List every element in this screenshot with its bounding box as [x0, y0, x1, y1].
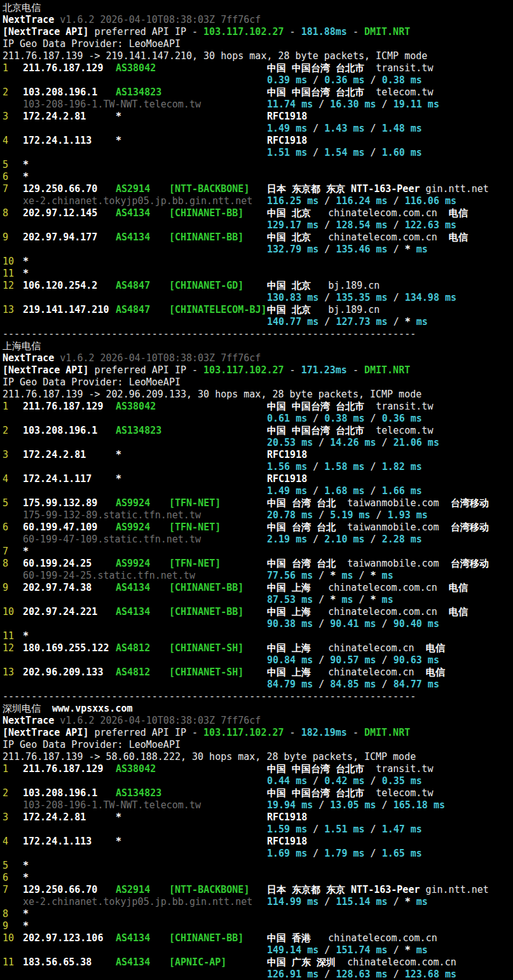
geo-provider: IP Geo Data Provider: LeoMoeAPI	[3, 376, 181, 388]
hop-line: 860.199.24.25AS9924[TFN-NET]中国 台湾 台北 tai…	[3, 558, 513, 570]
geo-segment: RFC1918	[267, 473, 307, 485]
rtt-value: 20.53 ms	[267, 437, 313, 448]
rtt-separator: /	[376, 437, 393, 448]
route-line: 211.76.187.139 -> 58.60.188.222, 30 hops…	[3, 751, 513, 763]
app-name: NextTrace	[3, 715, 54, 726]
rtt-unit: ms	[376, 570, 393, 581]
rtt-value: 1.56 ms	[267, 461, 307, 473]
hop-ip: 202.97.24.221	[23, 606, 116, 618]
hop-as-tag: [CHINATELECOM-BJ]	[169, 304, 267, 316]
hop-line: 5175.99.132.89AS9924[TFN-NET]中国 台湾 台北 ta…	[3, 497, 513, 509]
hop-rtt: 140.77 ms / 127.73 ms / * ms	[267, 316, 428, 328]
hop-number: 8	[3, 207, 23, 219]
hop-rtt-line: 1.69 ms / 1.79 ms / 1.65 ms	[3, 848, 513, 860]
hop-rtt: 0.61 ms / 0.38 ms / 0.36 ms	[267, 413, 422, 424]
hop-rtt: 1.56 ms / 1.58 ms / 1.82 ms	[267, 461, 422, 473]
hop-geo: 中国 上海 chinatelecom.cn 电信	[267, 642, 445, 654]
hop-asn: AS2914	[116, 183, 169, 195]
hop-hostname: xe-2.chinanet.tokyjp05.jp.bb.gin.ntt.net	[23, 896, 267, 908]
hop-line: 11*	[3, 268, 513, 280]
rtt-separator: /	[353, 570, 370, 581]
rtt-value: 1.79 ms	[324, 848, 364, 859]
hop-rtt: 20.53 ms / 14.26 ms / 21.06 ms	[267, 437, 439, 448]
geo-segment: gin.ntt.net	[426, 183, 489, 195]
hop-line: 1211.76.187.129AS38042中国 中国台湾 台北市 transi…	[3, 62, 513, 74]
rtt-value: 2.10 ms	[324, 534, 364, 545]
hop-number: 5	[3, 497, 23, 509]
hop-timeout-star: *	[23, 630, 29, 642]
rtt-separator: /	[313, 570, 330, 581]
trace-title-line: 北京电信	[3, 2, 513, 14]
hop-line: 660.199.47.109AS9924[TFN-NET]中国 台湾 台北 ta…	[3, 521, 513, 534]
hop-line: 12106.120.254.2AS4847[CHINANET-GD]中国 北京 …	[3, 280, 513, 292]
hop-rtt: 126.91 ms / 128.63 ms / 123.68 ms	[267, 969, 456, 980]
hop-line: 7*	[3, 546, 513, 558]
geo-segment: 中国 台湾 台北	[267, 558, 347, 569]
hop-as-tag: [CHINANET-BB]	[169, 582, 267, 594]
hop-asn: *	[116, 836, 169, 848]
rtt-separator: /	[388, 219, 405, 231]
hop-as-tag: [TFN-NET]	[169, 497, 267, 509]
hop-ip: 103.208.196.1	[23, 425, 116, 437]
rtt-separator: /	[313, 654, 330, 666]
rtt-separator: /	[313, 437, 330, 448]
route-summary: 211.76.187.139 -> 219.141.147.210, 30 ho…	[3, 50, 427, 62]
rtt-value: 11.74 ms	[267, 99, 313, 110]
trace-title: 上海电信	[3, 340, 41, 352]
hop-rtt-line: 140.77 ms / 127.73 ms / * ms	[3, 316, 513, 328]
hop-rtt: 129.17 ms / 128.54 ms / 122.63 ms	[267, 219, 456, 231]
api-line: [NextTrace API] preferred API IP - 103.1…	[3, 364, 513, 376]
rtt-value: 135.46 ms	[336, 244, 387, 255]
api-line: [NextTrace API] preferred API IP - 103.1…	[3, 26, 513, 38]
api-label: [NextTrace API]	[3, 364, 88, 376]
rtt-separator: /	[376, 618, 393, 630]
api-ip: 103.117.102.27	[203, 727, 284, 738]
hop-number: 9	[3, 582, 23, 594]
geo-segment: transit.tw	[376, 62, 433, 74]
hop-ip: 211.76.187.129	[23, 62, 116, 74]
hop-ip: 103.208.196.1	[23, 787, 116, 799]
rtt-separator: /	[365, 848, 382, 859]
rtt-value: 0.39 ms	[267, 74, 307, 86]
hop-asn: AS134823	[116, 425, 169, 437]
app-name: NextTrace	[3, 352, 54, 364]
hop-rtt-line: 84.79 ms / 84.85 ms / 84.77 ms	[3, 679, 513, 691]
rtt-value: 116.24 ms	[336, 195, 387, 207]
hop-geo: 中国 中国台湾 台北市 transit.tw	[267, 763, 433, 775]
hop-line: 7129.250.66.70AS2914[NTT-BACKBONE]日本 东京都…	[3, 183, 513, 195]
hop-number: 3	[3, 811, 23, 824]
hop-asn: AS38042	[116, 62, 169, 74]
geo-segment: 中国 北京	[267, 207, 328, 219]
geo-segment: 中国 上海	[267, 582, 328, 593]
hop-rtt: 19.94 ms / 13.05 ms / 165.18 ms	[267, 799, 445, 811]
rtt-value: 0.44 ms	[267, 775, 307, 787]
hop-number: 4	[3, 473, 23, 485]
api-label: [NextTrace API]	[3, 26, 88, 38]
rtt-separator: /	[365, 74, 382, 86]
rtt-value: 20.78 ms	[267, 509, 313, 521]
rtt-timeout-star: *	[405, 244, 411, 255]
rtt-separator: /	[365, 485, 382, 497]
geo-segment: 中国 台湾 台北	[267, 521, 347, 533]
geo-segment: taiwanmobile.com	[347, 558, 439, 569]
hop-geo: 中国 广东 深圳 chinatelecom.com.cn	[267, 956, 456, 968]
hop-rtt-line: 60-199-24-25.static.tfn.net.tw77.56 ms /…	[3, 570, 513, 582]
rtt-separator: /	[365, 534, 382, 545]
rtt-value: 1.47 ms	[382, 824, 422, 835]
rtt-value: 1.48 ms	[382, 123, 422, 134]
geo-segment: 电信	[437, 606, 468, 618]
hop-asn: AS2914	[116, 884, 169, 896]
rtt-value: 84.77 ms	[393, 679, 439, 690]
rtt-value: 1.51 ms	[267, 147, 307, 158]
hop-number: 9	[3, 231, 23, 244]
app-version-line: NextTrace v1.6.2 2026-04-10T08:38:03Z 7f…	[3, 14, 513, 26]
hop-number: 1	[3, 401, 23, 413]
rtt-value: 115.14 ms	[336, 896, 387, 908]
hop-asn: AS4847	[116, 304, 169, 316]
hop-geo: 中国 中国台湾 台北市 telecom.tw	[267, 425, 433, 436]
hop-line: 3172.24.2.81*RFC1918	[3, 811, 513, 824]
api-latency: 181.88ms	[301, 26, 347, 38]
hop-rtt: 1.51 ms / 1.54 ms / 1.60 ms	[267, 147, 422, 158]
hop-line: 9*	[3, 920, 513, 932]
hop-as-tag: [CHINANET-BB]	[169, 207, 267, 219]
